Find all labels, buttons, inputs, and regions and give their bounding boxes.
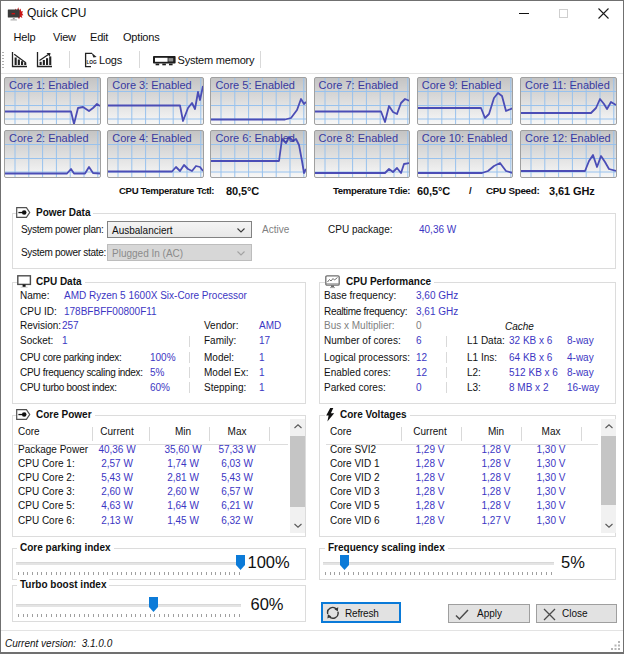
svg-text:LOG: LOG	[86, 60, 97, 65]
